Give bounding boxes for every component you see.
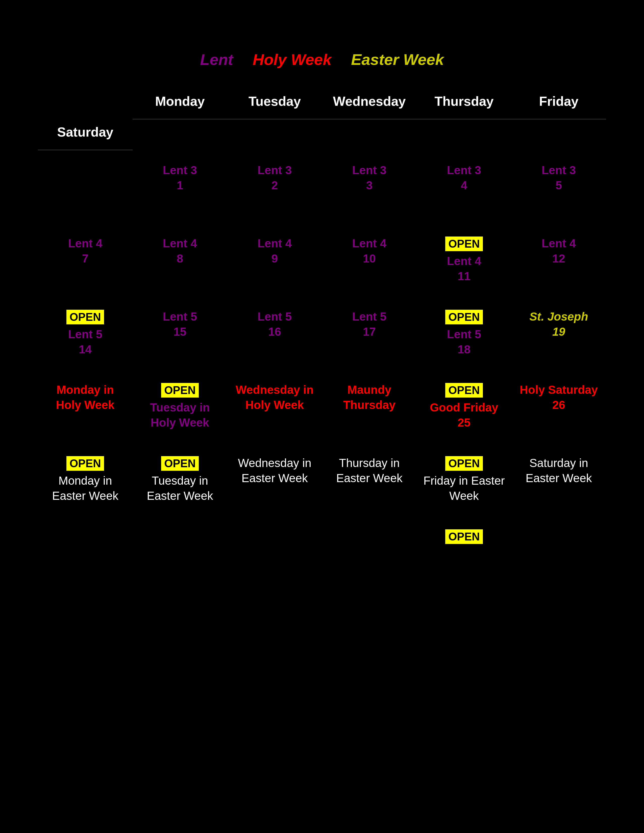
cell-week4-col4: MaundyThursday <box>322 377 417 443</box>
cell-week5-col6: Saturday inEaster Week <box>511 450 606 516</box>
cell-label: Lent 411 <box>447 254 481 284</box>
cell-week6-col3 <box>227 524 322 589</box>
cell-label: Tuesday inHoly Week <box>150 400 210 430</box>
open-badge: OPEN <box>445 309 483 325</box>
legend: Lent Holy Week Easter Week <box>38 50 606 68</box>
cell-week6-col5: OPEN <box>417 524 511 589</box>
page-container: Lent Holy Week Easter Week MondayTuesday… <box>0 0 644 833</box>
cell-label: Monday inHoly Week <box>56 383 115 413</box>
legend-lent: Lent <box>200 51 233 68</box>
cell-week5-col4: Thursday inEaster Week <box>322 450 417 516</box>
cell-label: Saturday inEaster Week <box>526 456 592 486</box>
open-badge: OPEN <box>445 456 483 471</box>
cell-label: Lent 31 <box>163 163 197 193</box>
row-separator <box>38 370 606 377</box>
cell-label: Lent 412 <box>542 236 576 266</box>
open-badge: OPEN <box>445 383 483 398</box>
cell-label: Friday in EasterWeek <box>423 473 505 503</box>
cell-week3-col3: Lent 516 <box>227 304 322 370</box>
cell-label: Lent 516 <box>258 309 292 339</box>
col-header-tuesday: Tuesday <box>227 88 322 119</box>
cell-week3-col5: OPENLent 518 <box>417 304 511 370</box>
cell-label: Monday inEaster Week <box>52 473 118 503</box>
cell-week3-col4: Lent 517 <box>322 304 417 370</box>
cell-label: Good Friday25 <box>430 400 498 430</box>
cell-week5-col2: OPENTuesday inEaster Week <box>133 450 227 516</box>
cell-week2-col2: Lent 48 <box>133 231 227 297</box>
cell-label: Wednesday inEaster Week <box>238 456 311 486</box>
cell-week4-col2: OPENTuesday inHoly Week <box>133 377 227 443</box>
cell-label: St. Joseph19 <box>529 309 588 339</box>
cell-week1-col4: Lent 33 <box>322 158 417 224</box>
cell-week2-col3: Lent 49 <box>227 231 322 297</box>
cell-label: Thursday inEaster Week <box>336 456 402 486</box>
col-header-friday: Friday <box>511 88 606 119</box>
cell-week4-col1: Monday inHoly Week <box>38 377 133 443</box>
legend-holy-week: Holy Week <box>253 51 331 68</box>
cell-label: Lent 49 <box>258 236 292 266</box>
row-separator <box>38 589 606 597</box>
cell-week1-col3: Lent 32 <box>227 158 322 224</box>
row-separator <box>38 297 606 304</box>
cell-label: Lent 515 <box>163 309 197 339</box>
cell-week1-col5: Lent 34 <box>417 158 511 224</box>
cell-week6-col6 <box>511 524 606 589</box>
cell-week3-col1: OPENLent 514 <box>38 304 133 370</box>
cell-label: Holy Saturday26 <box>520 383 598 413</box>
legend-easter-week: Easter Week <box>351 51 444 68</box>
cell-week5-col5: OPENFriday in EasterWeek <box>417 450 511 516</box>
cell-label: Tuesday inEaster Week <box>147 473 213 503</box>
cell-week4-col3: Wednesday inHoly Week <box>227 377 322 443</box>
row-separator <box>38 224 606 231</box>
cell-week6-col2 <box>133 524 227 589</box>
open-badge: OPEN <box>445 236 483 252</box>
col-header-saturday: Saturday <box>38 119 133 150</box>
open-badge: OPEN <box>445 529 483 545</box>
cell-week4-col5: OPENGood Friday25 <box>417 377 511 443</box>
cell-week6-col4 <box>322 524 417 589</box>
cell-label: MaundyThursday <box>343 383 396 413</box>
cell-label: Lent 33 <box>352 163 386 193</box>
col-header-monday: Monday <box>133 88 227 119</box>
cell-label: Wednesday inHoly Week <box>236 383 313 413</box>
cell-label: Lent 48 <box>163 236 197 266</box>
cell-week1-col6: Lent 35 <box>511 158 606 224</box>
row-separator <box>38 516 606 524</box>
cell-week4-col6: Holy Saturday26 <box>511 377 606 443</box>
cell-week2-col4: Lent 410 <box>322 231 417 297</box>
cell-label: Lent 514 <box>68 327 102 357</box>
cell-week1-col1 <box>38 158 133 224</box>
cell-label: Lent 517 <box>352 309 386 339</box>
calendar-grid: MondayTuesdayWednesdayThursdayFridaySatu… <box>38 88 606 597</box>
cell-week3-col2: Lent 515 <box>133 304 227 370</box>
open-badge: OPEN <box>66 456 105 471</box>
cell-week5-col3: Wednesday inEaster Week <box>227 450 322 516</box>
cell-week3-col6: St. Joseph19 <box>511 304 606 370</box>
cell-label: Lent 34 <box>447 163 481 193</box>
cell-label: Lent 47 <box>68 236 102 266</box>
cell-label: Lent 410 <box>352 236 386 266</box>
open-badge: OPEN <box>161 383 199 398</box>
row-separator <box>38 443 606 450</box>
open-badge: OPEN <box>66 309 105 325</box>
cell-week2-col5: OPENLent 411 <box>417 231 511 297</box>
cell-week2-col6: Lent 412 <box>511 231 606 297</box>
cell-week1-col2: Lent 31 <box>133 158 227 224</box>
cell-label: Lent 35 <box>542 163 576 193</box>
cell-label: Lent 32 <box>258 163 292 193</box>
col-header-wednesday: Wednesday <box>322 88 417 119</box>
cell-week6-col1 <box>38 524 133 589</box>
col-header-thursday: Thursday <box>417 88 511 119</box>
open-badge: OPEN <box>161 456 199 471</box>
cell-week2-col1: Lent 47 <box>38 231 133 297</box>
cell-label: Lent 518 <box>447 327 481 357</box>
cell-week5-col1: OPENMonday inEaster Week <box>38 450 133 516</box>
